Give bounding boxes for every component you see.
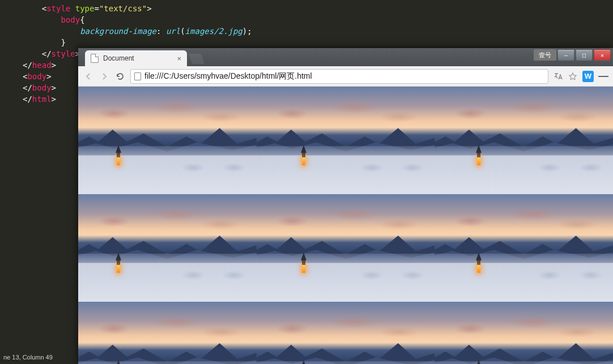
code-line: background-image: url(images/2.jpg); <box>23 25 613 37</box>
file-icon <box>91 54 99 63</box>
bg-tile <box>78 87 257 194</box>
bg-tile <box>78 302 257 364</box>
browser-toolbar: W <box>78 66 613 87</box>
address-bar[interactable] <box>130 69 548 84</box>
bg-tile <box>435 87 613 194</box>
window-minimize-button[interactable]: — <box>557 49 574 61</box>
page-icon <box>134 72 141 80</box>
back-button[interactable] <box>83 71 94 82</box>
window-maximize-button[interactable]: □ <box>576 49 593 61</box>
editor-status-bar: ne 13, Column 49 <box>0 353 56 364</box>
reload-button[interactable] <box>114 71 126 82</box>
code-line: body{ <box>23 14 613 25</box>
ime-indicator[interactable]: 壹号 <box>534 49 556 61</box>
window-close-button[interactable]: ✕ <box>594 49 611 61</box>
bg-tile <box>257 194 435 302</box>
extension-w-icon[interactable]: W <box>582 71 594 82</box>
cursor-position: ne 13, Column 49 <box>3 354 53 361</box>
bg-tile <box>257 87 435 194</box>
bg-tile <box>435 302 613 364</box>
bg-tile <box>78 194 257 302</box>
url-input[interactable] <box>144 72 544 81</box>
reload-icon <box>116 72 125 81</box>
new-tab-button[interactable] <box>189 54 205 64</box>
page-viewport <box>78 87 613 364</box>
browser-tab[interactable]: Document × <box>85 50 187 66</box>
window-controls: 壹号 — □ ✕ <box>534 49 611 61</box>
bookmark-star-icon[interactable] <box>568 71 578 82</box>
translate-icon[interactable] <box>553 71 563 82</box>
code-line: <style type="text/css"> <box>23 3 613 14</box>
hamburger-menu-icon[interactable] <box>598 71 608 82</box>
close-tab-icon[interactable]: × <box>177 54 181 63</box>
code-line: } <box>23 37 613 48</box>
forward-button[interactable] <box>99 71 110 82</box>
browser-titlebar: Document × 壹号 — □ ✕ <box>78 48 613 66</box>
arrow-right-icon <box>100 72 109 81</box>
bg-tile <box>435 194 613 302</box>
bg-tile <box>257 302 435 364</box>
tab-title: Document <box>103 54 134 62</box>
arrow-left-icon <box>84 72 93 81</box>
browser-window: Document × 壹号 — □ ✕ <box>78 48 613 364</box>
